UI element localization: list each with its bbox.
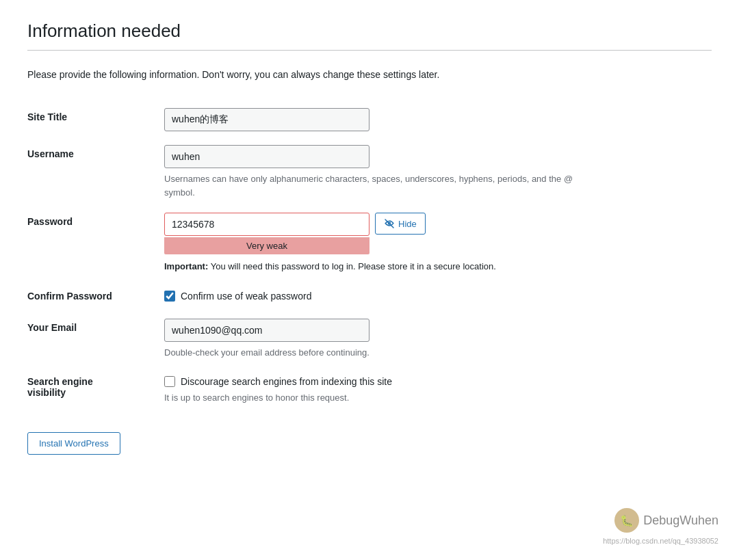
email-input[interactable] [164, 319, 370, 342]
watermark: 🐛 DebugWuhen [614, 508, 718, 533]
confirm-password-checkbox-row: Confirm use of weak password [164, 291, 712, 302]
email-row: Your Email Double-check your email addre… [27, 312, 712, 366]
hide-password-button[interactable]: Hide [375, 213, 426, 235]
site-title-cell [164, 101, 712, 138]
site-title-label: Site Title [27, 101, 164, 138]
page-title: Information needed [27, 21, 712, 42]
eye-slash-icon [384, 218, 395, 229]
description: Please provide the following information… [27, 67, 712, 82]
strength-label: Very weak [246, 241, 287, 251]
username-cell: Usernames can have only alphanumeric cha… [164, 138, 712, 206]
username-hint: Usernames can have only alphanumeric cha… [164, 172, 575, 199]
important-bold: Important: [164, 261, 208, 271]
search-engine-checkbox-label[interactable]: Discourage search engines from indexing … [181, 376, 392, 387]
username-row: Username Usernames can have only alphanu… [27, 138, 712, 206]
username-input[interactable] [164, 145, 370, 168]
search-engine-row: Search engine visibility Discourage sear… [27, 366, 712, 412]
password-important-text: Important: You will need this password t… [164, 260, 575, 274]
search-engine-checkbox[interactable] [164, 376, 175, 387]
watermark-text: DebugWuhen [643, 514, 718, 528]
email-label: Your Email [27, 312, 164, 366]
password-label: Password [27, 206, 164, 280]
search-engine-label: Search engine visibility [27, 366, 164, 412]
search-engine-label-line1: Search engine [27, 376, 93, 387]
page-wrapper: Information needed Please provide the fo… [0, 0, 739, 560]
email-cell: Double-check your email address before c… [164, 312, 712, 366]
search-engine-checkbox-row: Discourage search engines from indexing … [164, 376, 712, 387]
confirm-weak-checkbox[interactable] [164, 291, 175, 302]
hide-button-label: Hide [398, 219, 417, 229]
site-title-input[interactable] [164, 108, 370, 131]
password-cell: Hide Very weak Important: You will need … [164, 206, 712, 280]
install-wordpress-button[interactable]: Install WordPress [27, 432, 120, 455]
confirm-weak-label[interactable]: Confirm use of weak password [181, 291, 311, 302]
form-table: Site Title Username Usernames can have o… [27, 101, 712, 412]
email-hint: Double-check your email address before c… [164, 346, 575, 360]
confirm-password-cell: Confirm use of weak password [164, 280, 712, 312]
search-engine-cell: Discourage search engines from indexing … [164, 366, 712, 412]
site-title-row: Site Title [27, 101, 712, 138]
password-row: Password [27, 206, 712, 280]
watermark-icon: 🐛 [614, 508, 639, 533]
important-body: You will need this password to log in. P… [211, 261, 496, 271]
search-engine-hint: It is up to search engines to honor this… [164, 391, 575, 405]
divider [27, 50, 712, 51]
confirm-password-row: Confirm Password Confirm use of weak pas… [27, 280, 712, 312]
password-input[interactable] [164, 213, 370, 236]
watermark-url: https://blog.csdn.net/qq_43938052 [603, 537, 718, 545]
search-engine-label-line2: visibility [27, 387, 66, 398]
password-strength-bar: Very weak [164, 237, 370, 254]
password-input-row: Hide [164, 213, 712, 236]
username-label: Username [27, 138, 164, 206]
confirm-password-label: Confirm Password [27, 280, 164, 312]
